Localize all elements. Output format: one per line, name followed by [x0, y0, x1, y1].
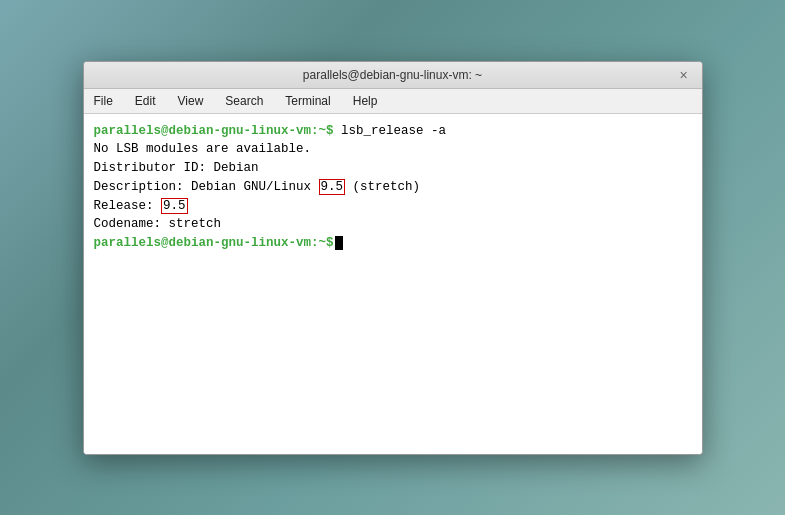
version-highlight-description: 9.5	[319, 179, 346, 195]
terminal-output-line3: Description: Debian GNU/Linux 9.5 (stret…	[94, 178, 692, 197]
terminal-output-line2: Distributor ID: Debian	[94, 159, 692, 178]
menu-search[interactable]: Search	[221, 92, 267, 110]
description-post: (stretch)	[345, 180, 420, 194]
codename-value: stretch	[161, 217, 221, 231]
distributor-value: Debian	[206, 161, 259, 175]
codename-label: Codename:	[94, 217, 162, 231]
menu-view[interactable]: View	[174, 92, 208, 110]
menu-edit[interactable]: Edit	[131, 92, 160, 110]
command-1: lsb_release -a	[334, 124, 447, 138]
terminal-line-prompt2: parallels@debian-gnu-linux-vm:~$	[94, 234, 692, 253]
terminal-line-1: parallels@debian-gnu-linux-vm:~$ lsb_rel…	[94, 122, 692, 141]
terminal-output-line1: No LSB modules are available.	[94, 140, 692, 159]
terminal-window: parallels@debian-gnu-linux-vm: ~ × File …	[83, 61, 703, 455]
window-title: parallels@debian-gnu-linux-vm: ~	[303, 68, 482, 82]
description-pre: Debian GNU/Linux	[184, 180, 319, 194]
description-label: Description:	[94, 180, 184, 194]
menu-terminal[interactable]: Terminal	[281, 92, 334, 110]
version-highlight-release: 9.5	[161, 198, 188, 214]
terminal-output-line5: Codename: stretch	[94, 215, 692, 234]
title-bar: parallels@debian-gnu-linux-vm: ~ ×	[84, 62, 702, 89]
terminal-body[interactable]: parallels@debian-gnu-linux-vm:~$ lsb_rel…	[84, 114, 702, 454]
prompt-1: parallels@debian-gnu-linux-vm:~$	[94, 124, 334, 138]
prompt-2: parallels@debian-gnu-linux-vm:~$	[94, 236, 334, 250]
close-button[interactable]: ×	[676, 67, 692, 83]
cursor	[335, 236, 343, 250]
release-pre	[154, 199, 162, 213]
distributor-label: Distributor ID:	[94, 161, 207, 175]
menu-bar: File Edit View Search Terminal Help	[84, 89, 702, 114]
release-label: Release:	[94, 199, 154, 213]
menu-help[interactable]: Help	[349, 92, 382, 110]
menu-file[interactable]: File	[90, 92, 117, 110]
terminal-output-line4: Release: 9.5	[94, 197, 692, 216]
